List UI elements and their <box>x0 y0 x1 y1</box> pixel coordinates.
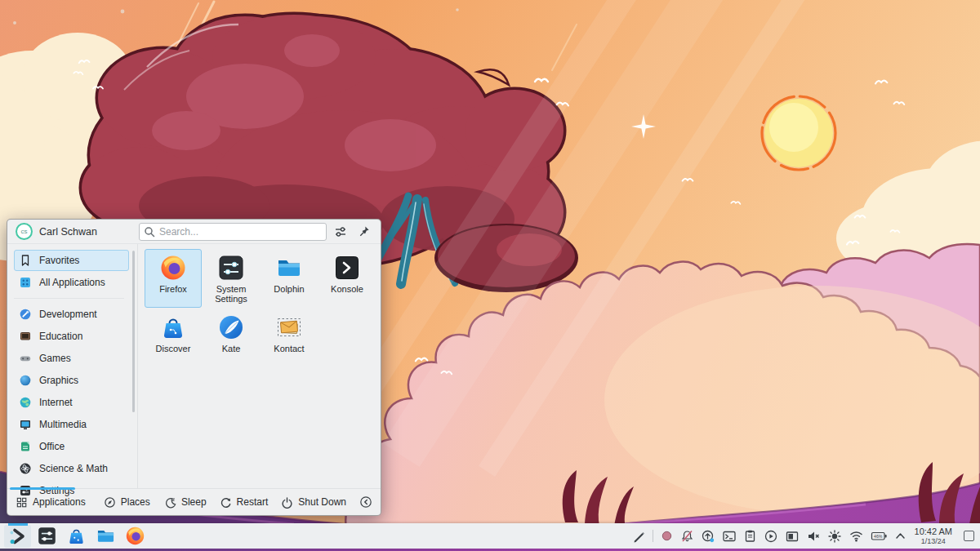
brightness-icon[interactable] <box>827 529 842 544</box>
tab-places[interactable]: Places <box>104 496 150 509</box>
session-label: Restart <box>237 496 269 508</box>
pin-button[interactable] <box>354 223 372 241</box>
sliders-icon <box>334 225 347 238</box>
system-settings-icon <box>37 526 57 546</box>
session-label: Shut Down <box>298 496 346 508</box>
favorite-system-settings[interactable]: System Settings <box>203 249 260 308</box>
tab-label: Applications <box>33 496 86 508</box>
shut-down-button[interactable]: Shut Down <box>281 496 346 509</box>
sidebar-item-graphics[interactable]: Graphics <box>14 370 129 391</box>
favorite-firefox[interactable]: Firefox <box>145 249 202 308</box>
sidebar-item-multimedia[interactable]: Multimedia <box>14 414 129 435</box>
taskbar-pinned-apps <box>4 525 149 548</box>
internet-icon <box>19 396 32 409</box>
sidebar-item-office[interactable]: Office <box>14 436 129 457</box>
sidebar-item-all-applications[interactable]: All Applications <box>14 272 129 293</box>
application-launcher-button[interactable] <box>4 525 31 548</box>
search-input[interactable] <box>139 223 327 241</box>
sidebar-item-favorites[interactable]: Favorites <box>14 250 129 271</box>
dolphin-icon <box>275 254 303 282</box>
kate-icon <box>217 313 245 341</box>
more-session-options-button[interactable] <box>359 495 372 509</box>
desktop: { "launcher": { "user": { "name": "Carl … <box>0 0 980 551</box>
science-icon <box>19 462 32 475</box>
sidebar-item-label: Favorites <box>39 255 79 266</box>
konsole-icon <box>333 254 361 282</box>
user-name: Carl Schwan <box>39 226 97 238</box>
sidebar-item-internet[interactable]: Internet <box>14 392 129 413</box>
sleep-moon-icon <box>164 496 176 509</box>
games-icon <box>19 352 32 365</box>
sidebar-scrollbar[interactable] <box>132 251 135 412</box>
launcher-sidebar: Favorites All Applications Development E… <box>7 244 138 488</box>
sidebar-item-label: Multimedia <box>39 419 87 430</box>
notifications-muted-icon[interactable] <box>680 529 694 543</box>
stylus-icon[interactable] <box>632 529 646 543</box>
show-desktop-icon <box>964 531 974 541</box>
clipboard-icon[interactable] <box>743 529 757 543</box>
footer-tabs: Applications Places <box>16 496 150 509</box>
terminal-tray-icon[interactable] <box>722 529 737 544</box>
wifi-icon[interactable] <box>849 529 864 543</box>
task-system-settings[interactable] <box>33 525 60 548</box>
favorite-konsole[interactable]: Konsole <box>318 249 376 308</box>
favorite-label: Firefox <box>159 284 187 294</box>
search-icon <box>144 226 155 238</box>
digital-clock[interactable]: 10:42 AM 1/13/24 <box>915 527 952 544</box>
firefox-icon <box>125 526 145 546</box>
sidebar-item-games[interactable]: Games <box>14 348 129 369</box>
kontact-icon <box>275 313 303 341</box>
sidebar-item-label: Development <box>39 309 97 320</box>
task-firefox[interactable] <box>122 525 149 548</box>
favorite-kontact[interactable]: Kontact <box>261 309 318 367</box>
color-swatch-icon[interactable] <box>660 529 674 543</box>
compass-icon <box>104 496 116 509</box>
configure-button[interactable] <box>332 223 350 241</box>
applications-grid-icon <box>16 496 28 509</box>
sidebar-item-development[interactable]: Development <box>14 304 129 325</box>
sidebar-item-label: Science & Math <box>39 463 108 474</box>
taskbar-panel: 46% 10:42 AM 1/13/24 <box>0 523 980 549</box>
sidebar-item-label: Games <box>39 353 71 364</box>
show-desktop-button[interactable] <box>960 525 977 548</box>
system-settings-icon <box>217 254 245 282</box>
pin-icon <box>358 225 370 238</box>
favorite-kate[interactable]: Kate <box>203 309 260 367</box>
battery-icon[interactable]: 46% <box>871 529 888 543</box>
favorite-dolphin[interactable]: Dolphin <box>261 249 318 308</box>
svg-text:46%: 46% <box>874 534 883 539</box>
launcher-body: Favorites All Applications Development E… <box>7 244 381 488</box>
firefox-icon <box>159 254 187 282</box>
restart-icon <box>220 496 232 509</box>
bookmark-icon <box>19 254 32 267</box>
launcher-header: cs Carl Schwan <box>7 220 381 244</box>
active-tab-indicator <box>10 487 75 490</box>
favorite-discover[interactable]: Discover <box>145 309 202 367</box>
sidebar-item-science-math[interactable]: Science & Math <box>14 458 129 479</box>
screenshot-icon[interactable] <box>785 529 800 544</box>
launcher-footer: Applications Places Sleep Restart Shut D… <box>7 488 381 515</box>
active-task-indicator <box>8 523 28 526</box>
all-apps-icon <box>19 276 32 289</box>
sidebar-item-label: Office <box>39 441 65 452</box>
volume-muted-icon[interactable] <box>806 529 821 544</box>
sleep-button[interactable]: Sleep <box>164 496 207 509</box>
application-launcher-popup: cs Carl Schwan Favorites <box>7 219 381 516</box>
dolphin-icon <box>96 526 116 546</box>
restart-button[interactable]: Restart <box>220 496 269 509</box>
task-dolphin[interactable] <box>92 525 119 548</box>
task-discover[interactable] <box>63 525 90 548</box>
favorite-label: Discover <box>156 344 191 353</box>
avatar[interactable]: cs <box>16 223 33 240</box>
expand-tray-icon[interactable] <box>894 530 906 542</box>
sidebar-item-label: Education <box>39 331 82 342</box>
tab-label: Places <box>121 496 150 508</box>
software-updates-icon[interactable] <box>701 529 715 544</box>
development-icon <box>19 308 32 321</box>
sidebar-item-education[interactable]: Education <box>14 326 129 347</box>
session-label: Sleep <box>181 496 207 508</box>
discover-icon <box>159 313 187 341</box>
media-player-icon[interactable] <box>764 529 778 544</box>
tab-applications[interactable]: Applications <box>16 496 86 509</box>
user-info[interactable]: cs Carl Schwan <box>16 223 139 240</box>
